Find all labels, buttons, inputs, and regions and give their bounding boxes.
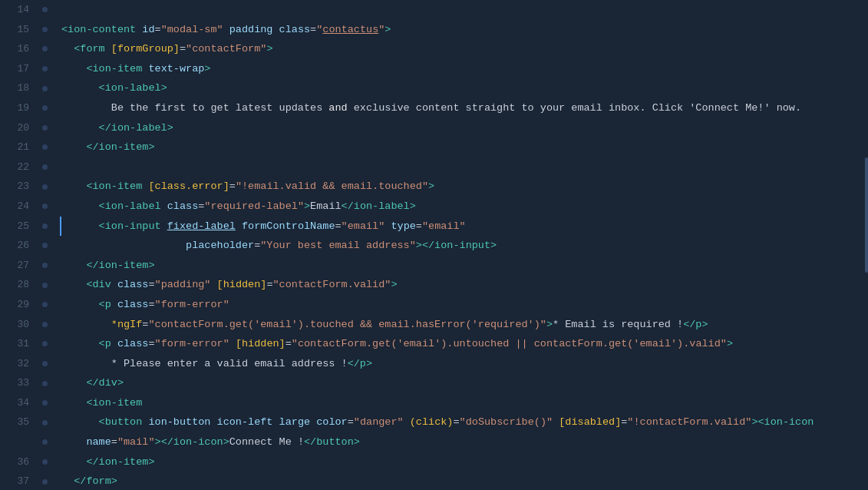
token-equals: =	[310, 20, 316, 40]
code-line: <button ion-button icon-left large color…	[61, 412, 868, 432]
line-number: 32	[0, 354, 29, 374]
token-attr-value: "!email.valid && email.touched"	[236, 177, 428, 197]
token-text-content	[142, 412, 148, 432]
token-attr-value: "mail"	[117, 432, 155, 452]
scrollbar-thumb[interactable]	[865, 157, 868, 273]
token-text-content	[111, 334, 117, 354]
line-number: 28	[0, 275, 29, 295]
token-attr-value: "required-label"	[204, 197, 304, 217]
code-line: placeholder="Your best email address"></…	[61, 236, 868, 256]
token-text-content	[272, 412, 279, 432]
token-bracket: >	[391, 275, 397, 295]
code-line	[61, 0, 868, 20]
token-text-content	[229, 334, 236, 354]
token-text-content	[210, 412, 216, 432]
code-line: </ion-item>	[61, 137, 868, 157]
token-attr-name: color	[316, 412, 348, 432]
token-equals: =	[266, 275, 272, 295]
token-equals: =	[198, 197, 204, 217]
token-attr-value: "!contactForm.valid"	[627, 412, 751, 432]
token-attr-value: "contactForm"	[186, 39, 266, 59]
token-equals: =	[148, 295, 154, 315]
code-line: <p class="form-error"	[61, 295, 868, 315]
gutter-dot	[37, 78, 52, 98]
token-attr-name: text-wrap	[148, 59, 204, 79]
token-bracket: >	[354, 432, 360, 452]
gutter-dot	[37, 275, 52, 295]
token-attr-name: padding	[229, 20, 273, 40]
code-line: <div class="padding" [hidden]="contactFo…	[61, 275, 868, 295]
token-tag: <p	[99, 334, 111, 354]
token-attr-name: placeholder	[186, 236, 254, 256]
token-attr-value: "email"	[422, 217, 466, 237]
token-attr-value: "Your best email address"	[260, 236, 416, 256]
token-attr-value: "form-error"	[155, 334, 229, 354]
token-tag: </ion-item	[86, 256, 148, 276]
gutter-dot	[37, 452, 52, 472]
token-bracket: >	[727, 334, 733, 354]
token-bracket: >	[490, 236, 497, 256]
token-bold-text: and	[328, 98, 347, 118]
gutter-dot	[37, 412, 52, 432]
token-equals: =	[416, 217, 422, 237]
token-text-content: exclusive content straight to your email…	[348, 98, 801, 118]
token-attr-name: type	[391, 217, 415, 237]
token-bracket: >	[410, 197, 416, 217]
token-special: [hidden]	[236, 334, 285, 354]
line-number: 16	[0, 39, 29, 59]
token-attr-name: class	[117, 334, 149, 354]
token-tag: </p	[683, 315, 701, 335]
token-attr-value: "contactus"	[316, 20, 384, 40]
line-number	[0, 432, 29, 452]
token-text-content	[553, 412, 559, 432]
token-attr-name: ion-button	[148, 412, 210, 432]
token-attr-value: "contactForm.get('email').touched && ema…	[148, 315, 546, 335]
token-tag: <ion-icon	[758, 412, 814, 432]
token-attr-value: "form-error"	[155, 295, 229, 315]
token-text-content	[111, 275, 117, 295]
token-text-content	[384, 217, 391, 237]
token-bracket: >	[428, 177, 434, 197]
code-line: <ion-input fixed-label formControlName="…	[60, 217, 868, 237]
code-line: </div>	[61, 373, 868, 393]
token-tag: </ion-item	[86, 452, 148, 472]
token-tag: <p	[99, 295, 111, 315]
line-number: 20	[0, 118, 29, 138]
code-editor: 1415161718192021222324252627282930313233…	[0, 0, 868, 490]
code-content: <ion-content id="modal-sm" padding class…	[52, 0, 868, 490]
token-attr-value: "padding"	[155, 275, 211, 295]
token-equals: =	[621, 412, 627, 432]
line-number: 36	[0, 452, 29, 472]
gutter-dot	[37, 315, 52, 335]
token-tag: <div	[86, 275, 111, 295]
token-attr-name: class	[279, 20, 311, 40]
token-bracket: >	[223, 432, 229, 452]
token-special: *ngIf	[111, 315, 143, 335]
line-number: 24	[0, 197, 29, 217]
token-attr-name: icon-left	[217, 412, 273, 432]
code-line: <ion-label>	[61, 78, 868, 98]
token-tag: </ion-label	[99, 118, 167, 138]
token-attr-name: id	[142, 20, 154, 40]
code-line: <p class="form-error" [hidden]="contactF…	[61, 334, 868, 354]
token-text-content: Connect Me !	[229, 432, 304, 452]
token-attr-name: class	[167, 197, 199, 217]
line-number: 14	[0, 0, 29, 20]
gutter-dot	[37, 118, 52, 138]
token-text-content	[310, 412, 316, 432]
token-equals: =	[285, 334, 292, 354]
token-tag: </p	[348, 354, 366, 374]
gutter-dot	[37, 20, 52, 40]
line-number: 37	[0, 472, 29, 490]
line-number: 26	[0, 236, 29, 256]
line-number: 33	[0, 373, 29, 393]
scrollbar[interactable]	[865, 0, 868, 490]
code-line: </ion-item>	[61, 452, 868, 472]
gutter-dot	[37, 334, 52, 354]
token-text-content	[161, 217, 167, 237]
line-number: 30	[0, 315, 29, 335]
line-number: 31	[0, 334, 29, 354]
gutter-dot	[37, 472, 52, 490]
token-tag: <button	[99, 412, 143, 432]
token-equals: =	[111, 432, 117, 452]
